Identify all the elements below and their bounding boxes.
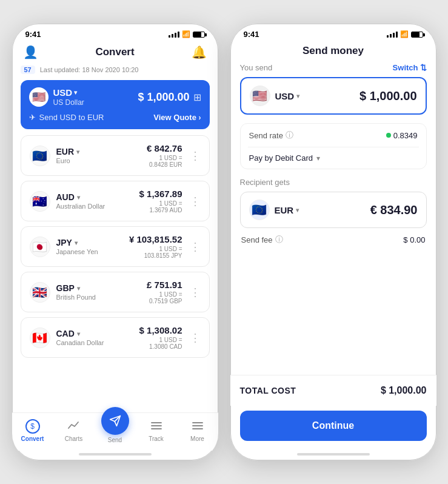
- send-bar: ✈ Send USD to EUR View Quote ›: [29, 113, 201, 122]
- status-time-2: 9:41: [244, 30, 259, 39]
- switch-arrows-icon: ⇅: [420, 63, 427, 72]
- send-currency-selector[interactable]: USD ▾: [275, 91, 300, 101]
- wifi-icon: 📶: [182, 30, 190, 38]
- total-cost-value: $ 1,000.00: [381, 385, 427, 396]
- you-send-section: You send Switch ⇅ 🇺🇸 USD: [240, 63, 427, 115]
- page-title-1: Convert: [95, 46, 134, 58]
- pay-method-label: Pay by Debit Card: [249, 153, 313, 163]
- send-money-content: You send Switch ⇅ 🇺🇸 USD: [230, 63, 436, 375]
- gbp-name: British Pound: [56, 294, 96, 301]
- home-indicator-1: [79, 453, 152, 455]
- fee-info-icon[interactable]: ⓘ: [275, 234, 283, 245]
- aud-more-icon[interactable]: ⋮: [185, 195, 201, 208]
- pay-method-row[interactable]: Pay by Debit Card ▾: [248, 147, 419, 169]
- update-text: Last updated: 18 Nov 2020 10:20: [40, 66, 139, 73]
- nav-track[interactable]: Track: [136, 420, 177, 442]
- currency-card-cad[interactable]: 🇨🇦 CAD ▾ Canadian Dollar $ 1,308.02 1 US…: [21, 317, 210, 358]
- recipient-amount: € 834.90: [370, 203, 418, 217]
- eur-amount: € 842.76: [147, 143, 182, 153]
- total-cost-bar: TOTAL COST $ 1,000.00: [230, 375, 436, 406]
- status-icons-2: 📶: [387, 30, 423, 38]
- cad-name: Canadian Dollar: [56, 339, 104, 346]
- switch-button[interactable]: Switch ⇅: [393, 63, 427, 72]
- bottom-nav-1: $ Convert Charts Send: [12, 412, 218, 451]
- rate-label: Send rate ⓘ: [249, 130, 293, 141]
- send-amount-value: $ 1,000.00: [359, 89, 417, 103]
- rate-value: 0.8349: [386, 131, 418, 140]
- status-bar-2: 9:41 📶: [230, 24, 436, 41]
- green-dot: [386, 133, 391, 138]
- convert-phone: 9:41 📶 👤 Convert 🔔: [12, 24, 218, 460]
- aud-flag: 🇦🇺: [30, 191, 50, 212]
- nav-more[interactable]: More: [177, 420, 218, 442]
- status-time-1: 9:41: [25, 30, 41, 39]
- gbp-more-icon[interactable]: ⋮: [185, 286, 201, 299]
- status-icons-1: 📶: [169, 30, 205, 38]
- status-bar-1: 9:41 📶: [12, 24, 218, 41]
- jpy-code: JPY ▾: [56, 238, 98, 247]
- send-rate-row: Send rate ⓘ 0.8349: [248, 124, 419, 147]
- send-label: Send USD to EUR: [39, 113, 104, 122]
- page-title-2: Send money: [303, 45, 364, 57]
- recipient-gets-label: Recipient gets: [240, 178, 290, 187]
- eur-flag: 🇪🇺: [30, 146, 50, 166]
- signal-icon: [169, 32, 179, 38]
- eur-code: EUR ▾: [56, 147, 80, 156]
- send-usd-flag: 🇺🇸: [250, 86, 270, 106]
- cad-more-icon[interactable]: ⋮: [185, 331, 201, 345]
- convert-content: 57 Last updated: 18 Nov 2020 10:20 🇺🇸 US: [12, 66, 218, 412]
- gbp-flag: 🇬🇧: [30, 282, 50, 303]
- aud-name: Australian Dollar: [56, 203, 105, 210]
- view-quote-btn[interactable]: View Quote ›: [153, 113, 201, 122]
- last-updated-bar: 57 Last updated: 18 Nov 2020 10:20: [21, 66, 210, 74]
- signal-icon-2: [387, 32, 398, 38]
- currency-card-aud[interactable]: 🇦🇺 AUD ▾ Australian Dollar $ 1,367.89 1 …: [21, 181, 210, 221]
- cad-amount: $ 1,308.02: [139, 325, 182, 335]
- convert-icon: $: [25, 419, 40, 434]
- send-fee-row: Send fee ⓘ $ 0.00: [240, 228, 427, 251]
- bell-icon[interactable]: 🔔: [192, 45, 207, 59]
- nav-send-label: Send: [108, 437, 122, 443]
- fee-label: Send fee ⓘ: [241, 234, 283, 245]
- selected-currency-card[interactable]: 🇺🇸 USD ▾ US Dollar $ 1,000.: [21, 80, 210, 129]
- jpy-name: Japanese Yen: [56, 248, 98, 255]
- profile-icon[interactable]: 👤: [23, 45, 38, 59]
- you-send-label: You send: [240, 63, 273, 72]
- currency-card-eur[interactable]: 🇪🇺 EUR ▾ Euro € 842.76 1 USD =: [21, 135, 210, 176]
- continue-button[interactable]: Continue: [240, 411, 427, 441]
- send-money-phone: 9:41 📶 Send money: [230, 24, 436, 460]
- currency-card-jpy[interactable]: 🇯🇵 JPY ▾ Japanese Yen ¥ 103,815.52 1 USD…: [21, 226, 210, 267]
- battery-icon: [193, 32, 205, 38]
- nav-track-label: Track: [149, 435, 164, 442]
- recipient-currency-selector[interactable]: EUR ▾: [275, 205, 299, 215]
- nav-send[interactable]: Send: [95, 418, 136, 443]
- jpy-rate: 1 USD = 103.8155 JPY: [129, 246, 182, 259]
- nav-more-label: More: [190, 435, 204, 442]
- more-icon: [192, 420, 204, 434]
- cad-code: CAD ▾: [56, 329, 104, 338]
- recipient-card[interactable]: 🇪🇺 EUR ▾ € 834.90: [240, 192, 427, 228]
- aud-rate: 1 USD = 1.3679 AUD: [139, 200, 182, 213]
- pay-chevron-icon: ▾: [316, 154, 320, 163]
- home-indicator-2: [297, 453, 370, 455]
- usd-code: USD ▾: [53, 87, 84, 98]
- usd-flag: 🇺🇸: [29, 87, 48, 107]
- aud-amount: $ 1,367.89: [139, 189, 182, 199]
- calculator-icon[interactable]: ⊞: [193, 92, 201, 103]
- nav-charts[interactable]: Charts: [53, 420, 95, 442]
- eur-more-icon[interactable]: ⋮: [185, 149, 201, 163]
- app-header-1: 👤 Convert 🔔: [12, 41, 218, 66]
- recipient-eur-flag: 🇪🇺: [249, 200, 270, 220]
- nav-convert-label: Convert: [21, 435, 44, 442]
- rate-info-icon[interactable]: ⓘ: [286, 130, 293, 141]
- aud-code: AUD ▾: [56, 192, 105, 202]
- jpy-flag: 🇯🇵: [30, 237, 50, 257]
- jpy-more-icon[interactable]: ⋮: [185, 240, 201, 254]
- nav-convert[interactable]: $ Convert: [12, 419, 53, 442]
- recipient-section: Recipient gets 🇪🇺 EUR ▾ € 834.: [240, 178, 427, 228]
- currency-card-gbp[interactable]: 🇬🇧 GBP ▾ British Pound £ 751.91 1 USD =: [21, 272, 210, 312]
- send-circle-icon: [101, 407, 129, 435]
- fee-value: $ 0.00: [403, 235, 425, 244]
- currency-list: 🇪🇺 EUR ▾ Euro € 842.76 1 USD =: [21, 135, 210, 358]
- you-send-card[interactable]: 🇺🇸 USD ▾ $ 1,000.00: [240, 77, 427, 115]
